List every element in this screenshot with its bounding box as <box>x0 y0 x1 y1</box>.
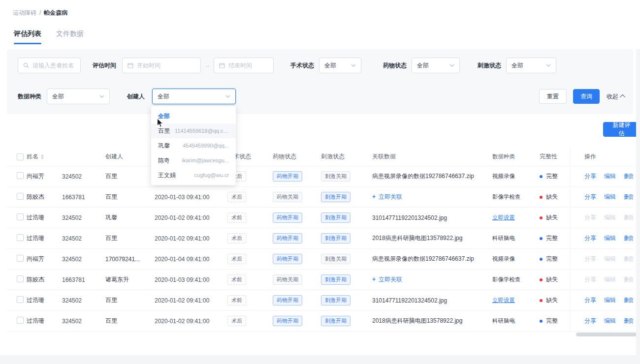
tab-evaluation-list[interactable]: 评估列表 <box>14 30 41 44</box>
creator-select[interactable]: 全部 <box>152 89 236 104</box>
row-checkbox[interactable] <box>17 193 24 200</box>
table-row: 陈姣杰 1663781 诸葛东升 2020-01-03 09:41:00 术前 … <box>7 270 633 290</box>
row-checkbox[interactable] <box>17 234 24 241</box>
filter-row-1: 评估时间 → 手术状态 全部 药物状态 全部 <box>18 58 625 73</box>
row-actions: 分享编辑删除 <box>570 311 633 331</box>
drug-status-select[interactable]: 全部 <box>412 58 460 73</box>
delete-action[interactable]: 删除 <box>624 296 633 304</box>
share-action[interactable]: 分享 <box>584 234 596 243</box>
tab-bar: 评估列表 文件数据 <box>14 30 84 44</box>
eval-time: 2020-01-04 09:41:00 <box>155 256 227 263</box>
plus-icon <box>372 276 376 283</box>
edit-action[interactable]: 编辑 <box>604 317 616 325</box>
data-type: 视频录像 <box>492 173 540 180</box>
bottom-margin <box>0 355 640 364</box>
table-header-row: 姓名 创建人 手术状态 药物状态 刺激状态 关联数据 数据种类 完整性 操作 <box>7 148 633 166</box>
row-checkbox[interactable] <box>17 296 24 303</box>
creator-option-all[interactable]: 全部 <box>151 109 236 123</box>
surgery-status-tag: 术前 <box>227 212 246 223</box>
edit-action[interactable]: 编辑 <box>604 296 616 304</box>
creator-option[interactable]: 陈奇 ikarim@jawcesgu... <box>151 153 236 168</box>
edit-action[interactable]: 编辑 <box>604 172 616 181</box>
patient-id: 324502 <box>62 297 105 304</box>
breadcrumb-current: 帕金森病 <box>44 9 67 16</box>
surgery-status-tag: 术后 <box>227 192 246 202</box>
tab-file-data[interactable]: 文件数据 <box>56 30 84 44</box>
table-row: 尚福芳 324502 百里 术后 药物开期 刺激关期 病患视屏录像的数据1927… <box>7 166 633 187</box>
creator-name: 百里 <box>105 193 155 201</box>
edit-action[interactable]: 编辑 <box>604 193 616 201</box>
row-checkbox[interactable] <box>17 275 24 282</box>
edit-action: 编辑 <box>604 213 616 222</box>
chevron-down-icon <box>225 95 230 98</box>
drug-status-tag: 药物开期 <box>273 316 302 326</box>
header-associated-data: 关联数据 <box>372 152 492 161</box>
breadcrumb-section[interactable]: 运动障碍 <box>13 9 36 16</box>
delete-action[interactable]: 删除 <box>624 172 633 181</box>
filter-buttons: 重置 查询 收起 <box>539 89 625 104</box>
breadcrumb-separator: / <box>39 9 41 16</box>
status-dot <box>540 237 543 240</box>
edit-action: 编辑 <box>604 255 616 263</box>
row-actions: 分享编辑删除 <box>570 249 633 269</box>
share-action: 分享 <box>584 275 596 284</box>
status-dot <box>540 320 543 323</box>
share-action[interactable]: 分享 <box>584 193 596 201</box>
collapse-toggle[interactable]: 收起 <box>607 92 625 101</box>
delete-action[interactable]: 删除 <box>624 234 633 243</box>
creator-option[interactable]: 王文娟 cugfug@wu.cr <box>151 168 236 182</box>
page: 运动障碍/帕金森病 评估列表 文件数据 评估时间 → <box>0 0 640 364</box>
drug-status-tag: 药物开期 <box>273 295 302 305</box>
date-range-arrow: → <box>204 62 210 69</box>
set-now-link[interactable]: 立即设置 <box>492 214 540 221</box>
header-creator: 创建人 <box>105 152 155 161</box>
start-time-input[interactable] <box>137 62 195 69</box>
row-checkbox[interactable] <box>17 172 24 179</box>
search-input[interactable] <box>32 62 75 69</box>
status-dot <box>540 299 543 302</box>
row-checkbox[interactable] <box>17 213 24 220</box>
data-type: 影像学检查 <box>492 276 540 283</box>
edit-action[interactable]: 编辑 <box>604 234 616 243</box>
filter-panel: 评估时间 → 手术状态 全部 药物状态 全部 <box>7 49 633 114</box>
row-checkbox[interactable] <box>17 255 24 262</box>
creator-name: 巩馨 <box>105 213 155 222</box>
select-all-checkbox[interactable] <box>17 153 24 160</box>
patient-name: 陈姣杰 <box>27 275 62 284</box>
row-checkbox[interactable] <box>17 317 24 324</box>
associated-data: 病患视屏录像的数据192786746637.zip <box>372 172 492 181</box>
query-button[interactable]: 查询 <box>573 89 600 104</box>
creator-option[interactable]: 巩馨 4549459990@qq... <box>151 138 236 153</box>
delete-action[interactable]: 删除 <box>624 193 633 201</box>
reset-button[interactable]: 重置 <box>539 89 567 104</box>
eval-time: 2020-01-03 09:41:00 <box>155 194 227 201</box>
creator-option[interactable]: 百里 11414559618@qq.com <box>151 123 236 138</box>
set-now-link[interactable]: 立即设置 <box>492 297 540 304</box>
integrity-status: 缺失 <box>540 193 570 201</box>
patient-id: 324502 <box>62 235 105 242</box>
sort-icon[interactable] <box>41 154 44 159</box>
delete-action[interactable]: 删除 <box>624 317 633 325</box>
associated-data: 2018病患科研脑电图13578922.jpg <box>372 317 492 325</box>
associate-now-link[interactable]: 立即关联 <box>372 193 492 201</box>
share-action[interactable]: 分享 <box>584 172 596 181</box>
eval-time: 2020-01-02 09:41:00 <box>155 235 227 242</box>
creator-dropdown: 全部 百里 11414559618@qq.com 巩馨 4549459990@q… <box>151 106 236 185</box>
eval-time: 2020-01-02 09:41:00 <box>155 214 227 221</box>
horizontal-scrollbar-thumb[interactable] <box>576 333 640 336</box>
new-evaluation-button[interactable]: 新建评估 <box>603 122 640 137</box>
integrity-status: 完整 <box>540 255 570 263</box>
surgery-status-select[interactable]: 全部 <box>319 58 361 73</box>
stim-status-select[interactable]: 全部 <box>506 58 556 73</box>
stim-status-tag: 刺激开期 <box>321 192 351 202</box>
patient-name: 过浩珊 <box>27 296 62 304</box>
share-action[interactable]: 分享 <box>584 317 596 325</box>
patient-id: 324502 <box>62 256 105 263</box>
patient-name: 陈姣杰 <box>27 193 62 201</box>
stim-status-tag: 刺激关期 <box>321 254 351 264</box>
share-action[interactable]: 分享 <box>584 296 596 304</box>
end-time-input[interactable] <box>228 62 268 69</box>
table-row: 过浩珊 324502 巩馨 2020-01-02 09:41:00 术前 药物开… <box>7 208 633 228</box>
data-type-select[interactable]: 全部 <box>47 89 110 104</box>
associate-now-link[interactable]: 立即关联 <box>372 275 492 284</box>
